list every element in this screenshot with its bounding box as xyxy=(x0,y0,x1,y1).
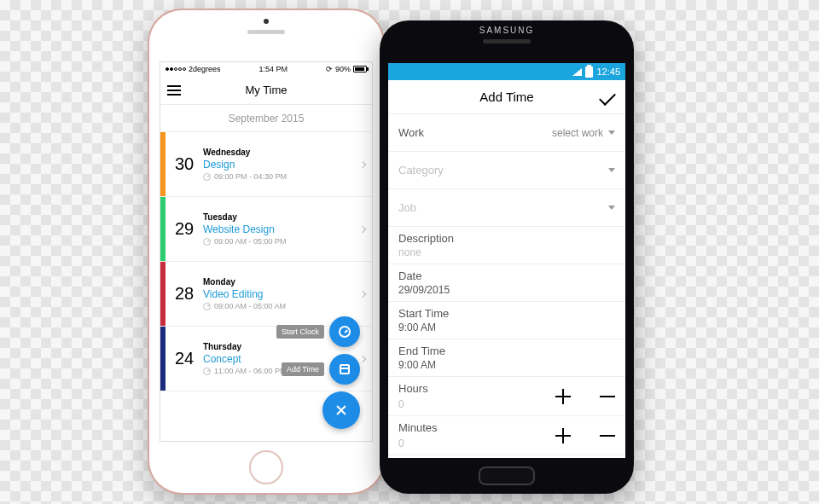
entry-day: 30 xyxy=(166,132,203,196)
chevron-down-icon xyxy=(608,130,615,135)
end-time-field[interactable]: End Time 9:00 AM xyxy=(388,339,625,377)
clock-icon xyxy=(203,303,211,310)
iphone-home-button[interactable] xyxy=(249,450,283,484)
confirm-button[interactable] xyxy=(599,89,616,106)
iphone-camera-dot xyxy=(264,19,269,24)
samsung-logo: SAMSUNG xyxy=(479,26,535,35)
time-entry[interactable]: 30 Wednesday Design 09:00 PM - 04:30 PM xyxy=(160,132,372,197)
add-time-button[interactable] xyxy=(329,354,360,385)
signal-dots-icon xyxy=(166,67,186,71)
minutes-field: Minutes 0 xyxy=(388,416,625,455)
iphone-screen: 2degrees 1:54 PM ⟳ 90% My Time September… xyxy=(160,61,373,442)
category-label: Category xyxy=(398,164,444,177)
battery-icon xyxy=(353,66,367,72)
chevron-down-icon xyxy=(608,206,615,210)
samsung-screen: 12:45 Add Time Work select work Category… xyxy=(388,63,625,458)
entry-task: Design xyxy=(203,159,357,171)
entry-weekday: Tuesday xyxy=(203,212,357,222)
month-label: September 2015 xyxy=(160,105,372,132)
start-time-value: 9:00 AM xyxy=(398,322,615,333)
entry-day: 24 xyxy=(166,327,203,391)
category-field[interactable]: Category xyxy=(388,152,625,189)
work-field[interactable]: Work select work xyxy=(388,114,625,152)
minutes-label: Minutes xyxy=(398,421,438,434)
hours-field: Hours 0 xyxy=(388,377,625,416)
calendar-icon xyxy=(340,364,350,374)
entry-time: 09:00 AM - 05:00 AM xyxy=(214,302,286,310)
entry-day: 28 xyxy=(166,262,203,326)
hours-minus-button[interactable] xyxy=(600,389,615,404)
android-status-bar: 12:45 xyxy=(388,63,625,80)
description-value: none xyxy=(398,246,615,258)
fab-close-button[interactable] xyxy=(322,391,360,429)
entry-task: Website Design xyxy=(203,223,357,235)
description-label: Description xyxy=(398,232,615,245)
end-time-label: End Time xyxy=(398,345,615,357)
battery-pct: 90% xyxy=(335,65,351,73)
samsung-device-frame: SAMSUNG 12:45 Add Time Work select work … xyxy=(380,20,634,494)
iphone-speaker xyxy=(247,30,285,34)
iphone-device-frame: 2degrees 1:54 PM ⟳ 90% My Time September… xyxy=(148,9,385,495)
close-icon xyxy=(335,404,347,416)
carrier-label: 2degrees xyxy=(189,65,221,73)
rotation-lock-icon: ⟳ xyxy=(326,65,333,73)
fab-label-start-clock: Start Clock xyxy=(276,325,324,339)
status-time: 1:54 PM xyxy=(258,65,288,73)
samsung-home-button[interactable] xyxy=(479,466,535,485)
iphone-body: 2degrees 1:54 PM ⟳ 90% My Time September… xyxy=(149,10,383,493)
description-field[interactable]: Description none xyxy=(388,227,625,264)
hours-value: 0 xyxy=(398,398,428,410)
clock-icon xyxy=(203,173,211,181)
entry-time: 09:00 AM - 05:00 PM xyxy=(214,237,287,246)
entry-weekday: Monday xyxy=(203,277,357,287)
job-label: Job xyxy=(398,201,416,214)
samsung-speaker xyxy=(483,39,531,43)
minutes-plus-button[interactable] xyxy=(555,428,571,443)
end-time-value: 9:00 AM xyxy=(398,359,615,371)
minutes-value: 0 xyxy=(398,437,438,449)
fab-stack: Start Clock Add Time xyxy=(276,316,360,429)
entry-task: Video Editing xyxy=(203,288,357,300)
ios-status-bar: 2degrees 1:54 PM ⟳ 90% xyxy=(160,62,372,76)
date-label: Date xyxy=(398,269,615,282)
battery-icon xyxy=(585,67,593,78)
app-header: Add Time xyxy=(388,80,625,114)
page-title: Add Time xyxy=(479,90,533,104)
hours-label: Hours xyxy=(398,382,428,395)
page-title: My Time xyxy=(245,84,287,96)
entry-time: 11:00 AM - 06:00 PM xyxy=(214,367,287,375)
chevron-down-icon xyxy=(608,168,615,172)
clock-icon xyxy=(339,326,351,338)
entry-time: 09:00 PM - 04:30 PM xyxy=(214,172,287,181)
time-entry[interactable]: 29 Tuesday Website Design 09:00 AM - 05:… xyxy=(160,197,372,262)
app-header: My Time xyxy=(160,76,372,105)
start-time-field[interactable]: Start Time 9:00 AM xyxy=(388,302,625,339)
signal-icon xyxy=(572,68,582,76)
start-time-label: Start Time xyxy=(398,307,615,320)
minutes-minus-button[interactable] xyxy=(600,428,615,443)
menu-icon[interactable] xyxy=(167,85,181,96)
job-field[interactable]: Job xyxy=(388,189,625,227)
clock-icon xyxy=(203,368,211,375)
status-time: 12:45 xyxy=(596,67,620,77)
fab-label-add-time: Add Time xyxy=(282,362,324,376)
date-value: 29/09/2015 xyxy=(398,284,615,296)
work-select-value: select work xyxy=(552,127,603,139)
clock-icon xyxy=(203,238,211,246)
date-field[interactable]: Date 29/09/2015 xyxy=(388,264,625,302)
start-clock-button[interactable] xyxy=(329,316,360,347)
entry-weekday: Wednesday xyxy=(203,148,357,157)
work-label: Work xyxy=(398,126,424,139)
entry-day: 29 xyxy=(166,197,203,261)
hours-plus-button[interactable] xyxy=(555,389,571,404)
